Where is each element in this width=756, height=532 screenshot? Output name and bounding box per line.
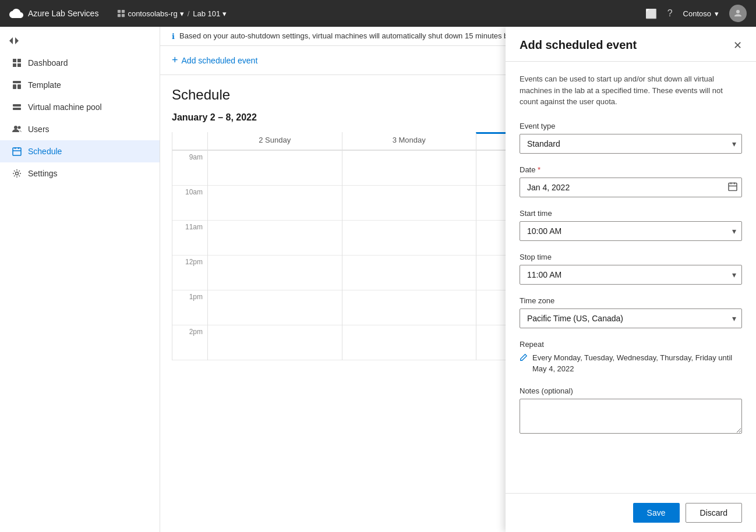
time-10am: 10am: [172, 186, 207, 221]
sidebar-item-vm-pool[interactable]: Virtual machine pool: [0, 96, 160, 118]
time-2pm: 2pm: [172, 325, 207, 360]
svg-rect-2: [118, 14, 121, 17]
panel-close-button[interactable]: ✕: [733, 39, 742, 52]
time-12pm: 12pm: [172, 256, 207, 290]
repeat-section: Every Monday, Tuesday, Wednesday, Thursd…: [520, 352, 742, 375]
monitor-icon[interactable]: ⬜: [645, 8, 657, 19]
avatar[interactable]: [729, 5, 747, 22]
lab-label: Lab 101: [193, 9, 220, 18]
sidebar-item-template[interactable]: Template: [0, 74, 160, 96]
help-icon[interactable]: ?: [667, 8, 673, 19]
stop-time-select[interactable]: 10:00 AM 11:00 AM 12:00 PM 1:00 PM: [520, 265, 742, 285]
svg-point-15: [18, 126, 21, 129]
svg-rect-11: [17, 84, 21, 89]
app-logo: Azure Lab Services: [9, 6, 98, 20]
time-col-header: [172, 132, 207, 150]
users-icon: [12, 124, 22, 134]
main-layout: Dashboard Template Virtual machine pool …: [0, 27, 756, 532]
sidebar-item-settings[interactable]: Settings: [0, 162, 160, 185]
cell: [342, 290, 476, 325]
start-time-label: Start time: [520, 209, 742, 218]
svg-rect-10: [13, 84, 16, 89]
repeat-group: Repeat Every Monday, Tuesday, Wednesday,…: [520, 340, 742, 375]
sidebar-item-users[interactable]: Users: [0, 118, 160, 140]
calendar-picker-button[interactable]: [728, 182, 737, 193]
sidebar-collapse-button[interactable]: [0, 31, 160, 52]
svg-rect-9: [13, 81, 21, 83]
timezone-group: Time zone Pacific Time (US, Canada) East…: [520, 296, 742, 328]
sidebar-item-dashboard[interactable]: Dashboard: [0, 52, 160, 74]
top-nav: Azure Lab Services contosolabs-rg ▾ / La…: [0, 0, 756, 27]
topnav-right: ⬜ ? Contoso ▾: [645, 5, 747, 22]
svg-rect-1: [122, 10, 125, 13]
date-input[interactable]: [520, 178, 742, 197]
resource-group-icon: [117, 9, 125, 17]
svg-rect-16: [13, 148, 21, 155]
sunday-column: [207, 151, 342, 360]
notes-group: Notes (optional): [520, 386, 742, 435]
rg-label: contosolabs-rg: [128, 9, 177, 18]
event-type-select-wrapper: Standard Custom ▾: [520, 134, 742, 154]
time-11am: 11am: [172, 221, 207, 256]
date-group: Date *: [520, 165, 742, 197]
rg-chevron: ▾: [180, 9, 184, 18]
template-icon: [12, 80, 22, 90]
cell: [208, 186, 342, 221]
svg-rect-0: [118, 10, 121, 13]
date-label: Date *: [520, 165, 742, 174]
save-button[interactable]: Save: [633, 503, 680, 523]
svg-rect-6: [17, 59, 21, 62]
breadcrumb-lab[interactable]: Lab 101 ▾: [193, 9, 227, 18]
avatar-icon: [733, 8, 743, 19]
cell: [342, 151, 476, 186]
account-chevron: ▾: [715, 9, 719, 18]
svg-point-4: [736, 10, 740, 13]
start-time-group: Start time 8:00 AM 9:00 AM 10:00 AM 11:0…: [520, 209, 742, 241]
panel-title: Add scheduled event: [520, 38, 637, 52]
svg-rect-13: [13, 108, 21, 110]
discard-button[interactable]: Discard: [686, 503, 742, 523]
account-menu[interactable]: Contoso ▾: [683, 9, 719, 18]
notes-label: Notes (optional): [520, 386, 742, 395]
event-type-select[interactable]: Standard Custom: [520, 134, 742, 154]
svg-rect-5: [13, 59, 16, 62]
add-event-panel: Add scheduled event ✕ Events can be used…: [506, 27, 756, 532]
add-scheduled-event-button[interactable]: + Add scheduled event: [172, 52, 257, 69]
timezone-select-wrapper: Pacific Time (US, Canada) Eastern Time (…: [520, 308, 742, 328]
cell: [208, 290, 342, 325]
cell: [208, 256, 342, 290]
time-column: 9am 10am 11am 12pm 1pm 2pm: [172, 151, 207, 360]
collapse-icon: [9, 36, 19, 45]
svg-point-14: [14, 126, 17, 129]
repeat-text: Every Monday, Tuesday, Wednesday, Thursd…: [532, 352, 742, 375]
svg-rect-21: [729, 183, 737, 190]
cell: [342, 325, 476, 360]
required-marker: *: [538, 165, 540, 174]
sidebar-settings-label: Settings: [28, 169, 58, 178]
cloud-icon: [9, 6, 23, 20]
lab-chevron: ▾: [222, 9, 227, 18]
event-type-label: Event type: [520, 122, 742, 130]
start-time-select[interactable]: 8:00 AM 9:00 AM 10:00 AM 11:00 AM 12:00 …: [520, 221, 742, 241]
notes-input[interactable]: [520, 399, 742, 434]
repeat-edit-icon[interactable]: [520, 353, 528, 364]
calendar-icon: [728, 182, 737, 191]
svg-point-20: [16, 172, 19, 175]
timezone-select[interactable]: Pacific Time (US, Canada) Eastern Time (…: [520, 308, 742, 328]
stop-time-label: Stop time: [520, 253, 742, 261]
panel-footer: Save Discard: [506, 493, 756, 532]
schedule-icon: [12, 146, 22, 157]
add-icon: +: [172, 54, 178, 66]
panel-body: Events can be used to start up and/or sh…: [506, 62, 756, 493]
breadcrumb-rg[interactable]: contosolabs-rg ▾: [117, 9, 183, 18]
sidebar-item-schedule[interactable]: Schedule: [0, 140, 160, 162]
sidebar-users-label: Users: [28, 125, 50, 134]
stop-time-select-wrapper: 10:00 AM 11:00 AM 12:00 PM 1:00 PM ▾: [520, 265, 742, 285]
date-input-wrapper: [520, 178, 742, 197]
pencil-icon: [520, 353, 528, 361]
timezone-label: Time zone: [520, 296, 742, 305]
account-name: Contoso: [683, 9, 711, 18]
breadcrumb-separator: /: [188, 9, 190, 18]
time-1pm: 1pm: [172, 290, 207, 325]
monday-label: 3 Monday: [393, 136, 426, 144]
